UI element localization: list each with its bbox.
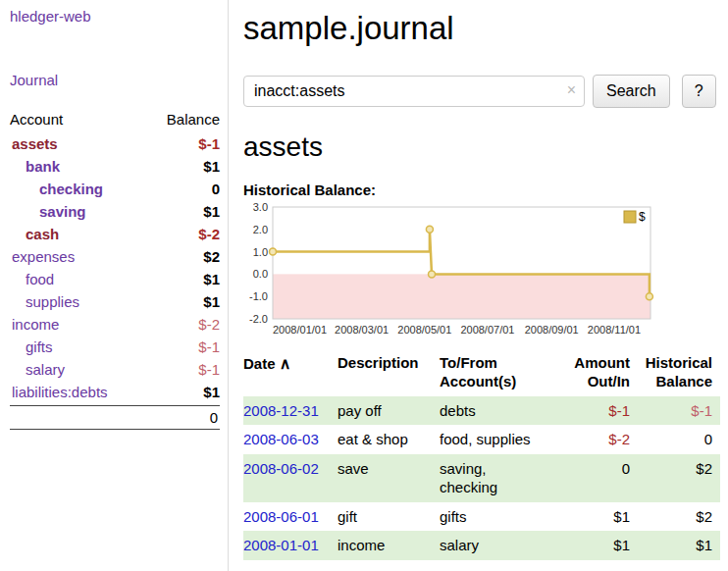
amount-cell: $-1 — [553, 396, 638, 426]
register-row: 2008-12-31pay offdebts$-1$-1 — [243, 396, 720, 426]
accounts-total-row: 0 — [10, 405, 220, 430]
y-axis-tick-label: -2.0 — [249, 313, 268, 325]
account-balance: $-2 — [198, 226, 220, 242]
accounts-header-balance: Balance — [167, 111, 220, 128]
transaction-date-link[interactable]: 2008-01-01 — [243, 537, 319, 553]
column-header-description: Description — [338, 352, 440, 396]
y-axis-tick-label: 1.0 — [253, 246, 268, 258]
search-button[interactable]: Search — [593, 75, 670, 108]
account-link[interactable]: checking — [10, 181, 103, 197]
sort-ascending-icon: ∧ — [280, 355, 291, 372]
account-link[interactable]: gifts — [10, 338, 53, 355]
chart-marker — [429, 271, 436, 278]
transaction-date-link[interactable]: 2008-06-02 — [243, 460, 319, 477]
main-content: sample.journal × Search ? assets Histori… — [230, 0, 728, 560]
account-link[interactable]: salary — [10, 361, 65, 378]
account-balance: 0 — [212, 181, 220, 197]
x-axis-tick-label: 2008/09/01 — [525, 324, 579, 336]
account-balance: $2 — [203, 248, 220, 265]
sidebar: hledger-web Journal Account Balance asse… — [0, 0, 229, 571]
account-heading: assets — [243, 131, 720, 163]
account-row: cash$-2 — [10, 223, 220, 245]
account-link[interactable]: saving — [10, 203, 86, 220]
amount-cell: $-2 — [553, 425, 638, 454]
column-header-date[interactable]: Date ∧ — [243, 352, 338, 396]
accounts-cell: salary — [440, 531, 553, 560]
chart-marker — [270, 248, 277, 255]
account-balance: $-1 — [198, 135, 220, 152]
help-button[interactable]: ? — [682, 75, 716, 108]
description-cell: eat & shop — [338, 425, 440, 454]
account-link[interactable]: liabilities:debts — [10, 384, 108, 400]
accounts-cell: food, supplies — [440, 425, 553, 454]
account-link[interactable]: expenses — [10, 248, 75, 265]
balance-cell: $2 — [638, 454, 720, 502]
register-table: Date ∧ Description To/From Account(s) Am… — [243, 352, 720, 560]
balance-cell: $-1 — [638, 396, 720, 426]
accounts-cell: debts — [440, 396, 553, 426]
legend-swatch — [624, 211, 636, 223]
account-link[interactable]: cash — [10, 226, 59, 242]
account-balance: $1 — [203, 293, 220, 310]
chart-marker — [646, 293, 652, 300]
account-link[interactable]: assets — [10, 135, 58, 152]
account-link[interactable]: food — [10, 271, 54, 287]
accounts-header-account: Account — [10, 111, 63, 128]
register-row: 2008-06-01giftgifts$1$2 — [243, 502, 720, 532]
column-header-balance: Historical Balance — [638, 352, 720, 396]
account-balance: $1 — [203, 203, 220, 220]
account-row: assets$-1 — [10, 132, 220, 155]
x-axis-tick-label: 2008/07/01 — [460, 324, 514, 336]
balance-cell: $2 — [638, 502, 720, 532]
account-balance: $1 — [203, 384, 220, 400]
account-row: gifts$-1 — [10, 336, 220, 358]
accounts-cell: gifts — [440, 502, 553, 532]
account-link[interactable]: income — [10, 316, 59, 333]
account-balance: $-1 — [198, 361, 220, 378]
account-row: food$1 — [10, 268, 220, 290]
search-input[interactable] — [243, 76, 585, 107]
y-axis-tick-label: 3.0 — [253, 201, 268, 213]
column-header-accounts: To/From Account(s) — [440, 352, 553, 396]
accounts-table-header: Account Balance — [10, 108, 220, 132]
account-balance: $1 — [203, 158, 220, 175]
y-axis-tick-label: 0.0 — [253, 268, 268, 280]
clear-search-icon[interactable]: × — [567, 81, 576, 99]
account-row: checking0 — [10, 178, 220, 200]
amount-cell: $1 — [553, 502, 638, 532]
account-balance: $1 — [203, 271, 220, 287]
accounts-rows: assets$-1bank$1checking0saving$1cash$-2e… — [10, 132, 220, 403]
transaction-date-link[interactable]: 2008-06-01 — [243, 508, 319, 525]
chart-title: Historical Balance: — [243, 182, 720, 198]
transaction-date-link[interactable]: 2008-06-03 — [243, 431, 319, 447]
description-cell: pay off — [338, 396, 440, 426]
transaction-date-link[interactable]: 2008-12-31 — [243, 402, 319, 419]
app-title-link[interactable]: hledger-web — [10, 8, 220, 25]
account-balance: $-2 — [198, 316, 220, 333]
balance-cell: 0 — [638, 425, 720, 454]
account-link[interactable]: supplies — [10, 293, 79, 310]
x-axis-tick-label: 2008/11/01 — [588, 324, 641, 336]
accounts-total-value: 0 — [210, 409, 218, 426]
accounts-table: Account Balance assets$-1bank$1checking0… — [10, 108, 220, 430]
account-link[interactable]: bank — [10, 158, 60, 175]
account-row: salary$-1 — [10, 358, 220, 381]
balance-chart: 3.02.01.00.0-1.0-2.02008/01/012008/03/01… — [243, 201, 659, 340]
legend-label: $ — [639, 210, 646, 224]
account-row: supplies$1 — [10, 290, 220, 313]
account-balance: $-1 — [198, 338, 220, 355]
column-header-amount: Amount Out/In — [553, 352, 638, 396]
account-row: bank$1 — [10, 155, 220, 178]
chart-marker — [426, 226, 433, 233]
nav-journal-link[interactable]: Journal — [10, 72, 220, 88]
y-axis-tick-label: -1.0 — [249, 290, 268, 302]
accounts-cell: saving, checking — [440, 454, 553, 502]
x-axis-tick-label: 2008/01/01 — [273, 324, 327, 336]
description-cell: income — [338, 531, 440, 560]
search-bar: × Search ? — [243, 75, 720, 108]
register-row: 2008-06-02savesaving, checking0$2 — [243, 454, 720, 502]
page-title: sample.journal — [243, 10, 720, 47]
account-row: income$-2 — [10, 313, 220, 336]
description-cell: save — [338, 454, 440, 502]
x-axis-tick-label: 2008/03/01 — [335, 324, 389, 336]
